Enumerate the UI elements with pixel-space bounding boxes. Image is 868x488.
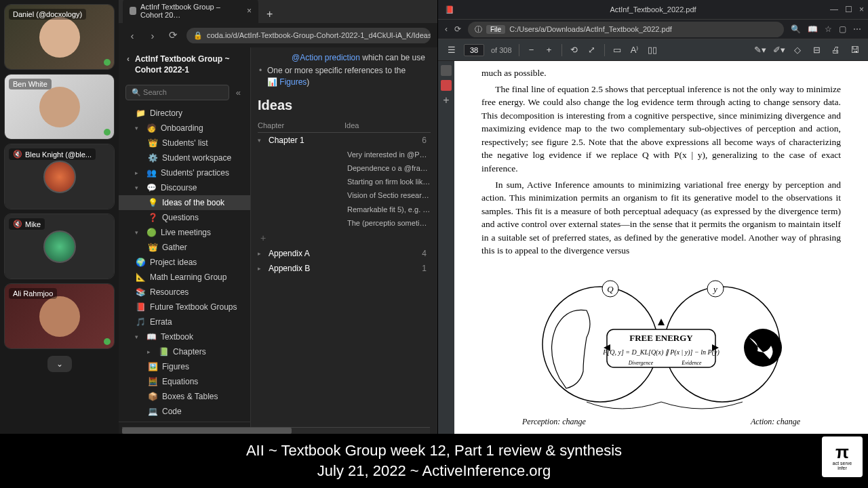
thumbnail-icon[interactable] [441, 65, 452, 76]
participant-name: 🔇Mike [9, 218, 45, 230]
mention-link[interactable]: @Action prediction [292, 53, 360, 62]
browser-tab[interactable]: ActInf Textbook Group – Cohort 20… × [123, 0, 258, 23]
tree-item-future[interactable]: 📕Future Textbook Groups [119, 300, 250, 314]
reload-icon[interactable]: ⟳ [454, 24, 461, 34]
y-label: y [712, 284, 717, 294]
minimize-icon[interactable]: — [830, 5, 838, 14]
figures-link[interactable]: 📊 Figures [267, 77, 307, 87]
tree-item-onboarding[interactable]: ▾🧑Onboarding [119, 121, 250, 136]
tree-item-textbook[interactable]: ▾📖Textbook [119, 329, 250, 344]
erase-icon[interactable]: ◇ [792, 45, 803, 55]
video-banner: AII ~ Textbook Group week 12, Part 1 rev… [0, 434, 868, 488]
collapse-sidebar-icon[interactable]: « [233, 85, 243, 100]
lock-icon: 🔒 [193, 31, 203, 40]
tree-item-directory[interactable]: 📁Directory [119, 106, 250, 121]
page-total: of 308 [491, 46, 512, 54]
tree-item-students-list[interactable]: 👑Students' list [119, 136, 250, 150]
tree-item-students-practices[interactable]: ▸👥Students' practices [119, 165, 250, 180]
star-icon[interactable]: ☆ [825, 24, 832, 34]
page-input[interactable] [464, 44, 484, 56]
tree-item-chapters[interactable]: ▸📗Chapters [119, 344, 250, 359]
read-icon[interactable]: 📖 [808, 24, 818, 34]
tree-item-projects[interactable]: 🌍Project ideas [119, 255, 250, 270]
fit-icon[interactable]: ⤢ [587, 45, 597, 55]
tree-item-figures[interactable]: 🖼️Figures [119, 359, 250, 374]
tree-item-math[interactable]: 📐Math Learning Group [119, 270, 250, 285]
idea-row[interactable]: The (perceptio sometimes cha [260, 216, 431, 230]
tab-title: ActInf Textbook Group – Cohort 20… [140, 3, 243, 19]
figure-caption: Perception: change Action: change [481, 415, 841, 428]
horizontal-scrollbar[interactable] [122, 427, 430, 434]
fig-eq: F[Q, y] = D_KL[Q(x) ‖ P(x | y)] − ln P(y… [602, 348, 719, 357]
save-icon[interactable]: 🖫 [849, 45, 860, 55]
back-icon[interactable]: ‹ [127, 54, 130, 65]
url-bar[interactable]: 🔒 coda.io/d/ActInf-Textbook-Group-Cohort… [186, 28, 431, 43]
read-aloud-icon[interactable]: A⁾ [629, 45, 640, 55]
tree-item-live-meetings[interactable]: ▾🟢Live meetings [119, 225, 250, 240]
page-view-icon[interactable]: ▭ [612, 45, 623, 55]
maximize-icon[interactable]: ☐ [845, 5, 852, 14]
print-icon[interactable]: 🖨 [830, 45, 841, 55]
appendix-a-row[interactable]: ▸ Appendix A 4 [258, 246, 431, 261]
rotate-icon[interactable]: ⟲ [569, 45, 580, 55]
collections-icon[interactable]: ▢ [839, 24, 846, 34]
search-icon[interactable]: 🔍 [791, 24, 801, 34]
tree-item-questions[interactable]: ❓Questions [119, 210, 250, 225]
idea-row[interactable]: Remarkable fit 5), e.g. High/Lo angle). [260, 203, 431, 216]
pdf-url-bar[interactable]: ⓘ File C:/Users/a/Downloads/ActInf_Textb… [468, 22, 784, 37]
highlight-icon[interactable]: ✐▾ [773, 45, 784, 55]
participant-name: Ali Rahmjoo [9, 288, 57, 299]
add-idea-button[interactable]: + [260, 230, 431, 246]
chapter-1-row[interactable]: ▾ Chapter 1 6 [258, 133, 431, 148]
participant-ali[interactable]: Ali Rahmjoo [4, 283, 115, 349]
tree-item-discourse[interactable]: ▾💬Discourse [119, 180, 250, 195]
idea-row[interactable]: Starting on firm look like? 🧩 Ac into fo… [260, 175, 431, 188]
participant-name: 🔇Bleu Knight (@ble... [9, 148, 96, 160]
tree-item-resources[interactable]: 📚Resources [119, 285, 250, 300]
q-label: Q [607, 284, 614, 294]
participant-bleu[interactable]: 🔇Bleu Knight (@ble... [4, 144, 115, 209]
search-icon: 🔍 [132, 88, 141, 96]
two-page-icon[interactable]: ▯▯ [647, 45, 658, 55]
text-icon[interactable]: ⊟ [811, 45, 822, 55]
figure-2-5: Q y FREE ENERGY F[Q, y] = D_KL[Q(x) ‖ P(… [481, 270, 841, 412]
sidebar-toggle-icon[interactable]: ☰ [446, 45, 457, 55]
idea-row[interactable]: Dependence o a @framework mathematical r… [260, 161, 431, 175]
url-text: coda.io/d/ActInf-Textbook-Group-Cohort-2… [207, 31, 431, 39]
tree-item-boxes[interactable]: 📦Boxes & Tables [119, 389, 250, 404]
reload-icon[interactable]: ⟳ [166, 29, 180, 41]
coda-sidebar: ‹ ActInf Textbook Group ~ Cohort 2022-1 … [119, 47, 251, 434]
bookmark-icon[interactable] [441, 80, 452, 91]
search-input[interactable]: 🔍 Search [125, 85, 229, 100]
back-icon[interactable]: ‹ [445, 24, 448, 34]
draw-icon[interactable]: ✎▾ [754, 45, 765, 55]
coda-panel: ActInf Textbook Group – Cohort 20… × + ‹… [119, 0, 437, 434]
ideas-heading: Ideas [258, 98, 431, 113]
tree-item-gather[interactable]: 👑Gather [119, 240, 250, 255]
zoom-out-icon[interactable]: − [526, 45, 537, 55]
appendix-b-row[interactable]: ▸ Appendix B 1 [258, 261, 431, 276]
tree-item-student-workspace[interactable]: ⚙️Student workspace [119, 150, 250, 165]
workspace-header[interactable]: ‹ ActInf Textbook Group ~ Cohort 2022-1 [119, 47, 250, 82]
participant-daniel[interactable]: Daniel (@docxology) [4, 4, 115, 70]
participant-ben[interactable]: Ben White [4, 74, 115, 140]
participant-mike[interactable]: 🔇Mike [4, 214, 115, 279]
close-icon[interactable]: × [859, 5, 864, 14]
tree-item-ideas[interactable]: 💡Ideas of the book [119, 195, 250, 210]
tree-item-code[interactable]: 💻Code [119, 404, 250, 419]
zoom-in-icon[interactable]: + [544, 45, 555, 55]
favicon [130, 7, 136, 15]
idea-row[interactable]: Very interested in @Perception o stated … [260, 148, 431, 161]
tree-item-equations[interactable]: 🧮Equations [119, 374, 250, 389]
close-tab-icon[interactable]: × [247, 6, 252, 16]
back-icon[interactable]: ‹ [125, 30, 139, 41]
tree-item-errata[interactable]: 🎵Errata [119, 314, 250, 329]
new-tab-button[interactable]: + [261, 5, 278, 23]
idea-row[interactable]: Vision of Sectio research, espe [260, 188, 431, 202]
forward-icon[interactable]: › [146, 30, 159, 41]
mute-icon: 🔇 [13, 150, 22, 159]
add-icon[interactable]: + [441, 95, 452, 106]
menu-icon[interactable]: ⋯ [853, 24, 861, 34]
expand-participants-button[interactable]: ⌄ [47, 356, 72, 372]
table-header: Chapter Idea [258, 119, 431, 133]
